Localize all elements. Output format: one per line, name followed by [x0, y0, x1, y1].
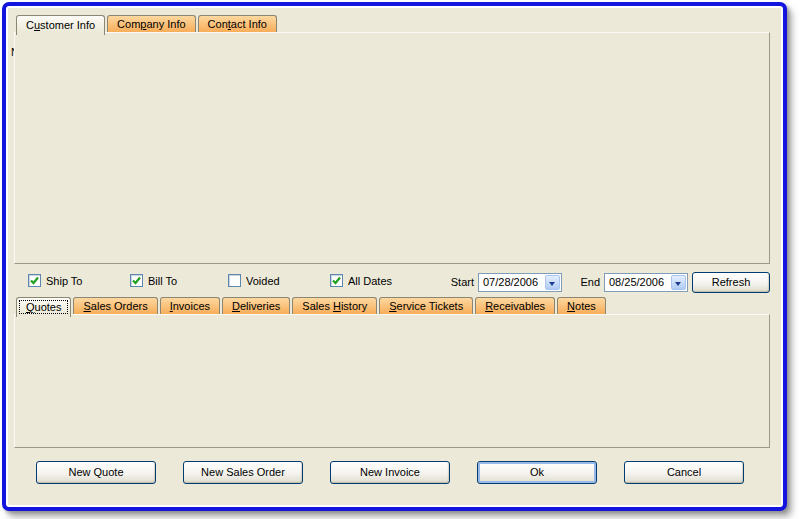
tab-label-post: otes — [575, 300, 596, 312]
customer-dialog: Customer InfoCompany InfoContact Info Na… — [2, 2, 787, 511]
tab-label-key: N — [567, 300, 575, 312]
detail-tabs: QuotesSales OrdersInvoicesDeliveriesSale… — [16, 296, 606, 316]
dropdown-arrow-icon[interactable] — [545, 275, 560, 290]
start-date-value: 07/28/2006 — [483, 276, 538, 288]
start-label: Start — [451, 276, 474, 288]
tab-label-post: uotes — [35, 301, 62, 313]
tab-label-key: S — [83, 300, 90, 312]
tab-label-post: istory — [341, 300, 367, 312]
end-date-combo[interactable]: 08/25/2006 — [604, 273, 688, 292]
checkmark-icon — [29, 275, 40, 286]
checkmark-icon — [131, 275, 142, 286]
customer-tabs: Customer InfoCompany InfoContact Info — [16, 14, 277, 34]
tab-label-post: ervice Tickets — [397, 300, 464, 312]
tab-quotes[interactable]: Quotes — [16, 297, 71, 317]
end-date-value: 08/25/2006 — [609, 276, 664, 288]
tab-label-key: D — [232, 300, 240, 312]
voided-label: Voided — [246, 275, 280, 287]
all-dates-label: All Dates — [348, 275, 392, 287]
end-label: End — [580, 276, 600, 288]
quotes-page — [14, 314, 770, 448]
tab-label-pre: C — [26, 19, 34, 31]
tab-customer-info[interactable]: Customer Info — [16, 15, 105, 35]
ok-button[interactable]: Ok — [477, 461, 597, 484]
tab-label-post: eceivables — [493, 300, 545, 312]
tab-label-key: R — [485, 300, 493, 312]
checkmark-icon — [331, 275, 342, 286]
dialog-canvas: Customer InfoCompany InfoContact Info Na… — [8, 8, 781, 501]
tab-label-post: eliveries — [240, 300, 280, 312]
tab-label-pre: Con — [208, 18, 228, 30]
all-dates-checkbox[interactable] — [330, 274, 343, 287]
ship-to-checkbox[interactable] — [28, 274, 41, 287]
tab-label-pre: Com — [117, 18, 140, 30]
tab-label-key: Q — [26, 301, 35, 313]
ship-to-label: Ship To — [46, 275, 83, 287]
voided-checkbox[interactable] — [228, 274, 241, 287]
bill-to-label: Bill To — [148, 275, 177, 287]
bill-to-checkbox[interactable] — [130, 274, 143, 287]
refresh-button[interactable]: Refresh — [692, 272, 770, 293]
customer-info-page — [14, 32, 770, 264]
start-date-combo[interactable]: 07/28/2006 — [478, 273, 562, 292]
tab-label-post: act Info — [231, 18, 267, 30]
new-invoice-button[interactable]: New Invoice — [330, 461, 450, 484]
tab-label-post: nvoices — [173, 300, 210, 312]
dropdown-arrow-icon[interactable] — [671, 275, 686, 290]
new-sales-order-button[interactable]: New Sales Order — [183, 461, 303, 484]
tab-label-key: H — [333, 300, 341, 312]
tab-label-post: stomer Info — [40, 19, 95, 31]
tab-label-pre: Sales — [302, 300, 333, 312]
tab-label-key: S — [389, 300, 396, 312]
tab-label-post: ales Orders — [91, 300, 148, 312]
new-quote-button[interactable]: New Quote — [36, 461, 156, 484]
cancel-button[interactable]: Cancel — [624, 461, 744, 484]
tab-label-post: any Info — [146, 18, 185, 30]
